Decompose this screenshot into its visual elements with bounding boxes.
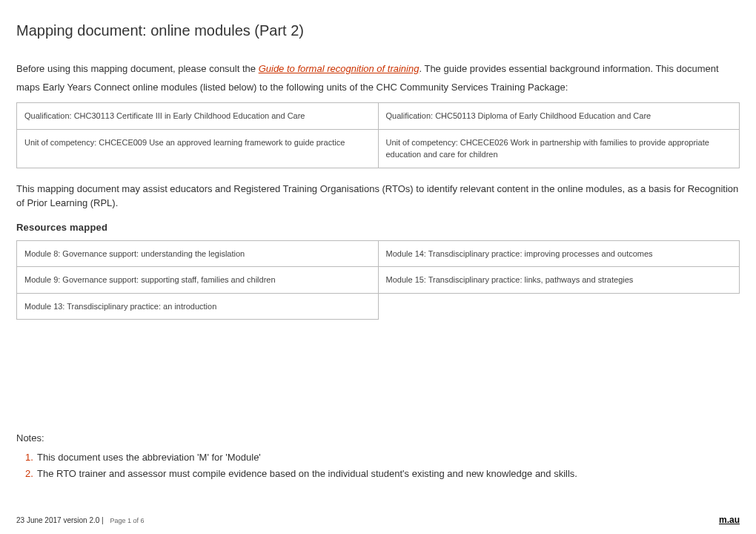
qual-cell: Qualification: CHC30113 Certificate III … bbox=[17, 103, 379, 130]
notes-list: 1.This document uses the abbreviation 'M… bbox=[16, 449, 740, 482]
intro-paragraph: Before using this mapping document, plea… bbox=[16, 60, 740, 96]
footer-right: m.au bbox=[719, 515, 740, 525]
footer-divider: | bbox=[102, 516, 105, 524]
table-row: Qualification: CHC30113 Certificate III … bbox=[17, 103, 740, 130]
qualification-table: Qualification: CHC30113 Certificate III … bbox=[16, 102, 740, 168]
footer-left: 23 June 2017 version 2.0 | Page 1 of 6 bbox=[16, 516, 145, 524]
notes-section: Notes: 1.This document uses the abbrevia… bbox=[16, 432, 740, 482]
list-item: 2.The RTO trainer and assessor must comp… bbox=[25, 466, 740, 482]
guide-link[interactable]: Guide to formal recognition of training bbox=[259, 63, 420, 74]
module-cell: Module 9: Governance support: supporting… bbox=[17, 267, 379, 294]
resources-table: Module 8: Governance support: understand… bbox=[16, 240, 740, 320]
footer: 23 June 2017 version 2.0 | Page 1 of 6 m… bbox=[16, 515, 740, 525]
list-number: 2. bbox=[25, 466, 37, 482]
table-row: Module 8: Governance support: understand… bbox=[17, 240, 740, 267]
date-version: 23 June 2017 version 2.0 bbox=[16, 516, 99, 524]
module-cell: Module 14: Transdisciplinary practice: i… bbox=[378, 240, 740, 267]
note-text: This document uses the abbreviation 'M' … bbox=[37, 452, 261, 463]
module-cell: Module 8: Governance support: understand… bbox=[17, 240, 379, 267]
list-number: 1. bbox=[25, 449, 37, 466]
table-row: Unit of competency: CHCECE009 Use an app… bbox=[17, 129, 740, 168]
unit-cell: Unit of competency: CHCECE009 Use an app… bbox=[17, 129, 379, 168]
list-item: 1.This document uses the abbreviation 'M… bbox=[25, 449, 740, 466]
intro-before-link: Before using this mapping document, plea… bbox=[16, 63, 259, 74]
notes-label: Notes: bbox=[16, 432, 740, 444]
qual-cell: Qualification: CHC50113 Diploma of Early… bbox=[378, 103, 740, 130]
module-cell: Module 13: Transdisciplinary practice: a… bbox=[17, 293, 379, 320]
unit-cell: Unit of competency: CHCECE026 Work in pa… bbox=[378, 129, 740, 168]
empty-cell bbox=[378, 293, 740, 320]
note-text: The RTO trainer and assessor must compil… bbox=[37, 468, 577, 479]
table-row: Module 13: Transdisciplinary practice: a… bbox=[17, 293, 740, 320]
table-row: Module 9: Governance support: supporting… bbox=[17, 267, 740, 294]
module-cell: Module 15: Transdisciplinary practice: l… bbox=[378, 267, 740, 294]
page-info: Page 1 of 6 bbox=[110, 517, 144, 524]
mid-paragraph: This mapping document may assist educato… bbox=[16, 182, 740, 211]
resources-heading: Resources mapped bbox=[16, 222, 740, 233]
page-title: Mapping document: online modules (Part 2… bbox=[16, 22, 740, 39]
